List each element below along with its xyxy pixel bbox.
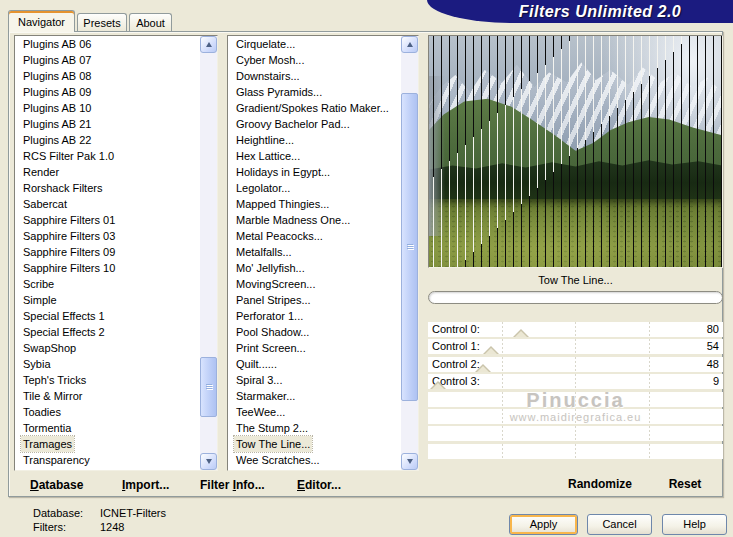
slider-handle-icon[interactable] [483,346,499,354]
database-button[interactable]: Database [30,478,83,492]
list-item[interactable]: Pool Shadow... [228,324,401,340]
list-item[interactable]: Special Effects 2 [15,324,200,340]
control-slider-row[interactable]: Control 2:48 [428,357,723,372]
list-item-label: Perforator 1... [234,308,305,324]
control-slider-row[interactable]: Control 0:80 [428,322,723,337]
slider-handle-icon[interactable] [475,364,491,372]
list-item[interactable]: Downstairs... [228,68,401,84]
list-item[interactable]: Plugins AB 09 [15,84,200,100]
list-item[interactable]: Mo' Jellyfish... [228,260,401,276]
list-item[interactable]: Cyber Mosh... [228,52,401,68]
help-button[interactable]: Help [662,514,727,535]
scrollbar-thumb[interactable] [200,357,217,417]
filter-line [441,36,442,267]
list-item[interactable]: Special Effects 1 [15,308,200,324]
list-item[interactable]: Plugins AB 06 [15,36,200,52]
list-item[interactable]: Tormentia [15,420,200,436]
cancel-button[interactable]: Cancel [587,514,652,535]
list-item[interactable]: Scribe [15,276,200,292]
filter-line [625,36,626,267]
control-slider-row[interactable]: Control 3:9 [428,374,723,389]
list-item-label: Plugins AB 21 [21,116,94,132]
list-item[interactable]: Holidays in Egypt... [228,164,401,180]
tab-presets[interactable]: Presets [77,13,127,31]
list-item[interactable]: Sapphire Filters 09 [15,244,200,260]
scroll-down-button[interactable] [200,453,217,470]
randomize-button[interactable]: Randomize [540,477,660,491]
list-item[interactable]: Metalfalls... [228,244,401,260]
list-item[interactable]: Heightline... [228,132,401,148]
list-item[interactable]: Sybia [15,356,200,372]
slider-handle-icon[interactable] [430,381,446,389]
list-item[interactable]: Render [15,164,200,180]
list-item[interactable]: Panel Stripes... [228,292,401,308]
list-item[interactable]: The Stump 2... [228,420,401,436]
editor-button[interactable]: Editor... [297,478,341,492]
list-item[interactable]: Plugins AB 22 [15,132,200,148]
list-item[interactable]: Marble Madness One... [228,212,401,228]
list-item[interactable]: Tile & Mirror [15,388,200,404]
list-item-label: Heightline... [234,132,296,148]
list-item[interactable]: Sapphire Filters 01 [15,212,200,228]
list-item[interactable]: Print Screen... [228,340,401,356]
scroll-down-button[interactable] [401,453,418,470]
list-item[interactable]: Plugins AB 21 [15,116,200,132]
list-item[interactable]: Perforator 1... [228,308,401,324]
reset-button[interactable]: Reset [650,477,720,491]
list-item[interactable]: Teph's Tricks [15,372,200,388]
list-item[interactable]: Toadies [15,404,200,420]
filter-scrollbar[interactable] [401,36,418,470]
tab-navigator[interactable]: Navigator [8,10,75,32]
list-item-label: Tormentia [21,420,73,436]
list-item[interactable]: Transparency [15,452,200,468]
filter-line [553,36,554,267]
list-item[interactable]: Hex Lattice... [228,148,401,164]
list-item[interactable]: Mapped Thingies... [228,196,401,212]
list-item[interactable]: Sabercat [15,196,200,212]
list-item[interactable]: Wee Scratches... [228,452,401,468]
apply-button[interactable]: Apply [509,514,578,535]
scroll-up-button[interactable] [401,36,418,53]
list-item-label: Plugins AB 10 [21,100,94,116]
scrollbar-thumb[interactable] [401,93,418,401]
list-item-label: Starmaker... [234,388,297,404]
import-button[interactable]: Import... [122,478,169,492]
list-item[interactable]: TeeWee... [228,404,401,420]
list-item[interactable]: Plugins AB 08 [15,68,200,84]
filter-line [529,36,530,267]
list-item[interactable]: Plugins AB 07 [15,52,200,68]
list-item-label: Teph's Tricks [21,372,88,388]
list-item[interactable]: Spiral 3... [228,372,401,388]
list-item[interactable]: Starmaker... [228,388,401,404]
list-item[interactable]: Quilt...... [228,356,401,372]
list-item[interactable]: Simple [15,292,200,308]
chevron-up-icon [407,39,413,47]
list-item[interactable]: Rorshack Filters [15,180,200,196]
list-item[interactable]: Tow The Line... [228,436,401,452]
filter-info-button[interactable]: Filter Info... [200,478,265,492]
list-item-label: Special Effects 2 [21,324,107,340]
list-item[interactable]: Gradient/Spokes Ratio Maker... [228,100,401,116]
control-slider-row[interactable]: Control 1:54 [428,339,723,354]
slider-handle-icon[interactable] [513,329,529,337]
list-item[interactable]: SwapShop [15,340,200,356]
tab-about[interactable]: About [129,13,172,31]
selected-filter-caption: Tow The Line... [428,274,723,286]
list-item[interactable]: Metal Peacocks... [228,228,401,244]
list-item[interactable]: Sapphire Filters 03 [15,228,200,244]
filter-line [489,36,490,267]
category-scrollbar[interactable] [200,36,217,470]
list-item[interactable]: Legolator... [228,180,401,196]
list-item[interactable]: MovingScreen... [228,276,401,292]
list-item[interactable]: Plugins AB 10 [15,100,200,116]
filter-line [657,36,658,267]
filter-line [457,36,458,267]
list-item[interactable]: Tramages [15,436,200,452]
list-item[interactable]: RCS Filter Pak 1.0 [15,148,200,164]
list-item[interactable]: Groovy Bachelor Pad... [228,116,401,132]
scroll-up-button[interactable] [200,36,217,53]
list-item[interactable]: Sapphire Filters 10 [15,260,200,276]
chevron-down-icon [407,459,413,467]
list-item[interactable]: Glass Pyramids... [228,84,401,100]
list-item[interactable]: Cirquelate... [228,36,401,52]
